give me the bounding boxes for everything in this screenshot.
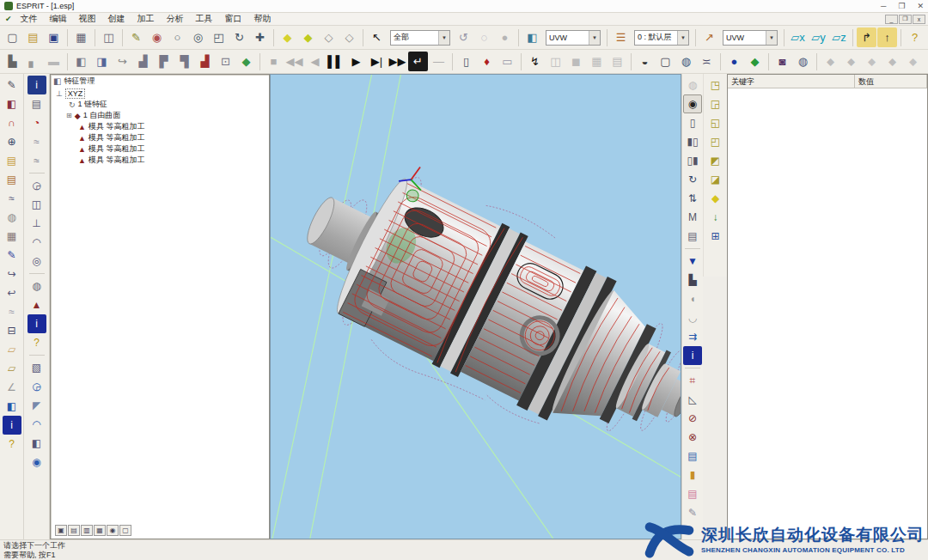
vise-1-button[interactable]: ▟ [133,52,153,71]
ruler-triangle-button[interactable]: ◺ [683,390,702,409]
child-close-button[interactable]: x [913,15,925,24]
tree-operation[interactable]: ▲ 模具 等高粗加工 [51,155,269,166]
work-plane-combo[interactable]: UVW ▼ [546,30,601,46]
child-minimize-button[interactable]: _ [885,15,898,24]
axis-orient-button[interactable]: ↓ [706,208,725,227]
collision-check-button[interactable]: ◙ [772,52,792,71]
menu-item[interactable]: 加工 [131,13,161,25]
tree-tab-4[interactable]: ▦ [94,525,106,536]
tree-operation[interactable]: ▲ 模具 等高粗加工 [51,132,269,143]
zoom-button[interactable]: ○ [168,27,187,47]
bridge-button[interactable]: ≍ [697,52,717,71]
notes-button[interactable]: ▤ [683,484,702,503]
mug-icon-button[interactable]: ◒ [635,52,655,71]
sim-fastforward-button[interactable]: ▶▶ [388,52,407,71]
tree-tab-2[interactable]: ▤ [68,525,80,536]
clip-disabled-button[interactable]: ▤ [607,52,627,71]
surface-wave2-button[interactable]: ≈ [27,151,46,170]
blocks-cubes-button[interactable]: ◧ [3,94,21,113]
redraw-button[interactable]: ✎ [126,27,146,47]
view-cube-3-button[interactable]: ◱ [706,113,725,132]
layers-button[interactable]: ☰ [611,27,631,47]
verify-gem-button[interactable]: ◆ [236,52,256,71]
cylinder-rotate-button[interactable]: ↻ [683,170,702,189]
chevron-down-icon[interactable]: ▼ [438,31,449,45]
cylinder-pair1-button[interactable]: ▮▯ [683,132,702,151]
plane-z-button[interactable]: ▱z [829,27,849,47]
tree-root-xyz[interactable]: ⊥ XYZ [51,88,269,99]
zoom-previous-button[interactable]: ◉ [147,27,167,47]
tool-2-disabled[interactable]: ⬥ [841,52,861,71]
spiral-op-button[interactable]: ◎ [27,252,46,271]
new-file[interactable]: ▢ [3,27,22,47]
goto-plane-button[interactable]: ↗ [699,27,719,47]
tool-3-disabled[interactable]: ⬥ [862,52,882,71]
view-wireframe-button[interactable]: ◇ [319,27,339,47]
plane-sheet-ok-button[interactable]: ▱ [3,359,21,378]
tool-4-disabled[interactable]: ⬥ [882,52,902,71]
restore-button[interactable]: ❐ [898,2,905,10]
wave-dots-button[interactable]: ≈ [3,302,21,321]
cylinder-pair2-button[interactable]: ▯▮ [683,151,702,170]
copy-disabled-button[interactable]: ◫ [546,52,565,71]
funnel-blue-button[interactable]: ▼ [683,252,702,271]
view-top-button[interactable]: ◆ [298,27,318,47]
pie-red-button[interactable]: ◔ [27,113,46,132]
globe-button[interactable]: ◍ [676,52,696,71]
tree-node-surface[interactable]: ⊞ ◆ 1 自由曲面 [51,110,269,121]
op-info-button[interactable]: i [27,314,46,333]
run-simulation-button[interactable]: ↯ [525,52,545,71]
fixture-2-button[interactable]: ◨ [92,52,112,71]
plane-y-button[interactable]: ▱y [809,27,828,47]
contour-op-button[interactable]: ◠ [27,233,46,252]
menu-item[interactable]: 文件 [15,13,44,25]
toolpath-arrows-button[interactable]: ⇉ [683,327,702,346]
menu-item[interactable]: 视图 [73,13,102,25]
sim-pause-button[interactable]: ▌▌ [326,52,345,71]
gem-green-button[interactable]: ◆ [745,52,765,71]
copy-report-button[interactable]: ◫ [99,27,119,47]
grid-view-button[interactable]: ⊞ [706,227,725,246]
surf-corner-button[interactable]: ◤ [27,396,46,415]
sim-toend-button[interactable]: — [429,52,449,71]
sim-rewind-button[interactable]: ◀◀ [284,52,304,71]
prompt-help-button[interactable]: ? [905,27,925,47]
menu-item[interactable]: 分析 [161,13,190,25]
column-keyword[interactable]: 关键字 [728,75,855,88]
surface-wave1-button[interactable]: ≈ [27,132,46,151]
surf-revolve-button[interactable]: ◶ [27,377,46,396]
circle-slash1-button[interactable]: ⊘ [683,409,702,428]
surf-cube-button[interactable]: ◧ [27,434,46,453]
pan-view-button[interactable]: ✚ [250,27,270,47]
tree-operation[interactable]: ▲ 模具 等高粗加工 [51,121,269,132]
selection-filter-combo[interactable]: 全部 ▼ [390,30,450,46]
menu-item[interactable]: 窗口 [219,13,248,25]
machine-bed-button[interactable]: ▙ [683,271,702,289]
close-button[interactable]: ✕ [917,2,924,10]
stock-box-disabled[interactable]: ▬ [44,52,64,71]
view-cube-iso-button[interactable]: ◆ [706,189,725,208]
work-plane-button[interactable]: ◧ [522,27,542,47]
mesh-ball-button[interactable]: ◍ [27,277,46,295]
gear-ball-button[interactable]: ◍ [3,208,21,227]
folder-feature-button[interactable]: ▤ [3,170,21,189]
menu-item[interactable]: 编辑 [44,13,73,25]
tree-tab-5[interactable]: ◉ [107,525,119,536]
circle-slash2-button[interactable]: ⊗ [683,428,702,447]
plane-sheet-button[interactable]: ▱ [3,340,21,359]
tool-1-disabled[interactable]: ⬥ [821,52,840,71]
save-file[interactable]: ▣ [44,27,64,47]
drill-op-button[interactable]: ⊥ [27,214,46,233]
zoom-window-button[interactable]: ◰ [209,27,229,47]
menu-item[interactable]: 创建 [102,13,131,25]
surf-box-button[interactable]: ▧ [27,358,46,377]
cage-stock-button[interactable]: ▦ [3,227,21,246]
view-cube-4-button[interactable]: ◰ [706,132,725,151]
undo-button[interactable]: ↺ [454,27,473,47]
holder-red-button[interactable]: ▲ [27,295,46,314]
view-cube-1-button[interactable]: ◳ [706,76,725,94]
clamp-c-button[interactable]: ◖ [683,289,702,308]
chevron-down-icon[interactable]: ▼ [766,31,777,45]
feature-info-button[interactable]: i [683,346,702,365]
info-badge-button[interactable]: i [3,416,21,435]
